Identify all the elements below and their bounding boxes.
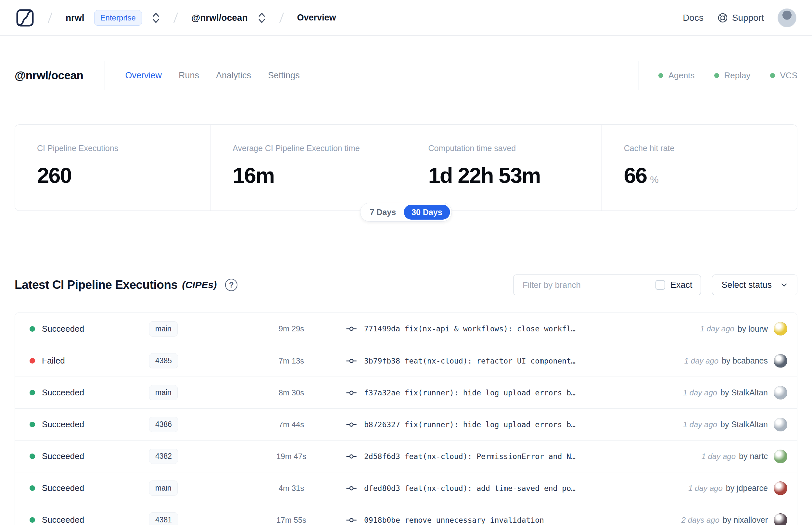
row-meta: 1 day ago by StalkAltan <box>683 420 768 429</box>
topbar-actions: Docs Support <box>683 9 796 27</box>
range-option-7-days[interactable]: 7 Days <box>362 205 404 220</box>
status-dot-icon <box>30 517 35 523</box>
commit-hash-link[interactable]: b8726327 <box>364 420 400 429</box>
author-label: by jdpearce <box>726 483 768 493</box>
commit-message: feat(nx-cloud): add time-saved end po… <box>405 484 576 493</box>
commit-hash-link[interactable]: 3b79fb38 <box>364 357 400 365</box>
status-label: Succeeded <box>42 388 149 397</box>
commit-text: 0918b0be remove unnecessary invalidation <box>364 516 675 524</box>
commit-hash-link[interactable]: f37a32ae <box>364 389 400 397</box>
branch-badge[interactable]: 4385 <box>149 353 178 369</box>
commit-message: fix(runner): hide log upload errors b… <box>405 389 576 397</box>
lifebuoy-icon <box>717 12 728 24</box>
exact-toggle[interactable]: Exact <box>647 275 701 295</box>
cipe-table: Succeeded main 9m 29s 771499da fix(nx-ap… <box>15 313 797 525</box>
avatar[interactable] <box>774 418 787 432</box>
stat-card-avg-execution-time: Average CI Pipeline Execution time 16m <box>210 125 406 211</box>
table-row[interactable]: Succeeded main 8m 30s f37a32ae fix(runne… <box>15 376 797 408</box>
status-label: Succeeded <box>42 451 149 461</box>
stat-label: Cache hit rate <box>624 144 784 153</box>
support-link[interactable]: Support <box>717 12 764 24</box>
table-row[interactable]: Succeeded main 9m 29s 771499da fix(nx-ap… <box>15 313 797 345</box>
time-ago-label: 1 day ago <box>700 324 734 333</box>
nx-logo-icon[interactable] <box>16 9 34 27</box>
time-ago-label: 1 day ago <box>702 452 736 461</box>
avatar[interactable] <box>774 513 787 525</box>
author-label: by StalkAltan <box>720 420 768 429</box>
branch-badge[interactable]: 4382 <box>149 449 178 464</box>
cipes-section-header: Latest CI Pipeline Executions (CIPEs) ? … <box>15 274 797 295</box>
stat-label: Computation time saved <box>428 144 588 153</box>
branch-cell: main <box>149 385 246 400</box>
org-switcher-icon[interactable] <box>152 11 160 24</box>
table-row[interactable]: Succeeded 4382 19m 47s 2d58f6d3 feat(nx-… <box>15 440 797 472</box>
avatar[interactable] <box>774 386 787 400</box>
author-label: by bcabanes <box>722 356 768 365</box>
help-icon[interactable]: ? <box>225 279 238 291</box>
breadcrumb-workspace[interactable]: @nrwl/ocean <box>191 13 248 23</box>
range-option-30-days[interactable]: 30 Days <box>404 205 450 220</box>
tab-runs[interactable]: Runs <box>179 71 199 80</box>
row-meta: 1 day ago by StalkAltan <box>683 388 768 397</box>
branch-badge[interactable]: main <box>149 385 178 400</box>
avatar[interactable] <box>774 481 787 495</box>
divider <box>639 61 639 90</box>
commit-message: fix(nx-api & workflows): close workfl… <box>405 325 576 333</box>
divider <box>105 61 105 90</box>
git-commit-icon <box>346 323 357 334</box>
stat-value: 1d 22h 53m <box>428 163 588 188</box>
duration-label: 4m 31s <box>246 484 336 493</box>
avatar[interactable] <box>774 322 787 335</box>
table-row[interactable]: Failed 4385 7m 13s 3b79fb38 feat(nx-clou… <box>15 345 797 376</box>
stats-section: CI Pipeline Executions 260 Average CI Pi… <box>15 124 797 211</box>
commit-hash-link[interactable]: 771499da <box>364 325 400 333</box>
breadcrumb-org[interactable]: nrwl <box>66 13 85 23</box>
tab-analytics[interactable]: Analytics <box>216 71 251 80</box>
branch-badge[interactable]: 4386 <box>149 417 178 432</box>
support-label: Support <box>732 13 764 23</box>
tab-settings[interactable]: Settings <box>268 71 300 80</box>
status-select-dropdown[interactable]: Select status <box>712 274 797 295</box>
branch-badge[interactable]: main <box>149 480 178 496</box>
table-row[interactable]: Succeeded main 4m 31s dfed80d3 feat(nx-c… <box>15 472 797 504</box>
branch-badge[interactable]: main <box>149 321 178 336</box>
service-label: Replay <box>724 71 751 80</box>
stat-value: 16m <box>232 163 393 188</box>
exact-checkbox[interactable] <box>656 280 665 290</box>
branch-cell: main <box>149 480 246 496</box>
table-row[interactable]: Succeeded 4381 17m 55s 0918b0be remove u… <box>15 504 797 525</box>
cipe-table-body: Succeeded main 9m 29s 771499da fix(nx-ap… <box>15 313 797 525</box>
workspace-switcher-icon[interactable] <box>258 11 266 24</box>
branch-filter-group: Exact <box>513 274 701 295</box>
status-dot-icon <box>30 453 35 459</box>
service-vcs[interactable]: VCS <box>770 71 797 80</box>
commit-hash-link[interactable]: dfed80d3 <box>364 484 400 493</box>
workspace-header: @nrwl/ocean Overview Runs Analytics Sett… <box>15 60 797 90</box>
time-ago-label: 1 day ago <box>684 356 718 365</box>
enterprise-badge[interactable]: Enterprise <box>94 10 142 26</box>
row-meta: 1 day ago by lourw <box>700 324 768 334</box>
commit-message: feat(nx-cloud): refactor UI component… <box>405 357 576 365</box>
avatar[interactable] <box>774 354 787 368</box>
duration-label: 8m 30s <box>246 388 336 397</box>
branch-badge[interactable]: 4381 <box>149 512 178 525</box>
workspace-title: @nrwl/ocean <box>15 69 83 82</box>
service-replay[interactable]: Replay <box>714 71 751 80</box>
tab-overview[interactable]: Overview <box>125 71 162 80</box>
status-select-label: Select status <box>721 280 772 290</box>
avatar[interactable] <box>774 450 787 463</box>
commit-hash-link[interactable]: 0918b0be <box>364 516 400 524</box>
date-range-toggle: 7 Days 30 Days <box>360 203 452 222</box>
commit-hash-link[interactable]: 2d58f6d3 <box>364 452 400 461</box>
table-row[interactable]: Succeeded 4386 7m 44s b8726327 fix(runne… <box>15 408 797 440</box>
commit-text: 2d58f6d3 feat(nx-cloud): PermissionError… <box>364 452 695 461</box>
chevron-down-icon <box>780 281 788 289</box>
status-dot-icon <box>658 73 663 78</box>
service-agents[interactable]: Agents <box>658 71 695 80</box>
user-avatar[interactable] <box>778 9 796 27</box>
branch-filter-input[interactable] <box>514 275 647 295</box>
docs-link[interactable]: Docs <box>683 13 704 23</box>
page: nrwl Enterprise @nrwl/ocean Overview Doc… <box>0 0 812 525</box>
commit-text: 3b79fb38 feat(nx-cloud): refactor UI com… <box>364 357 678 365</box>
time-ago-label: 1 day ago <box>683 388 717 397</box>
